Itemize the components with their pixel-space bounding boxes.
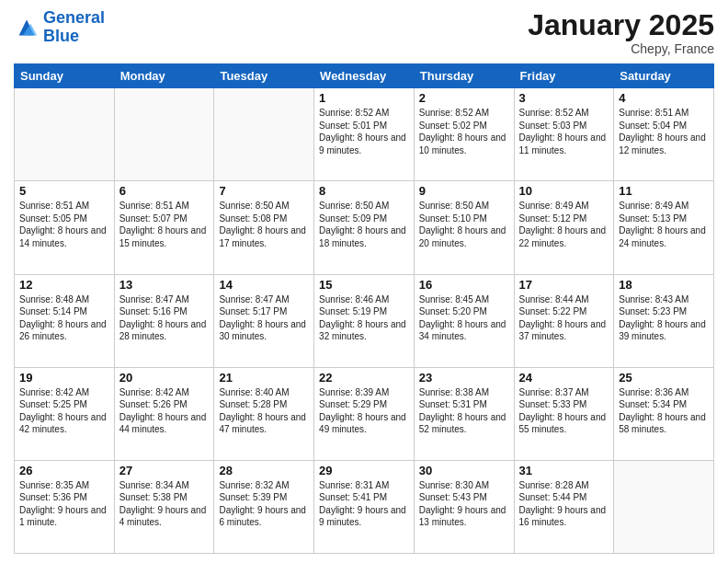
calendar-cell: 7Sunrise: 8:50 AM Sunset: 5:08 PM Daylig… bbox=[214, 181, 314, 274]
calendar-cell: 13Sunrise: 8:47 AM Sunset: 5:16 PM Dayli… bbox=[114, 274, 214, 367]
calendar-cell: 29Sunrise: 8:31 AM Sunset: 5:41 PM Dayli… bbox=[314, 460, 415, 553]
day-info: Sunrise: 8:35 AM Sunset: 5:36 PM Dayligh… bbox=[19, 479, 109, 529]
week-row: 5Sunrise: 8:51 AM Sunset: 5:05 PM Daylig… bbox=[15, 181, 714, 274]
logo-line1: General bbox=[43, 8, 105, 27]
day-number: 4 bbox=[619, 91, 709, 105]
calendar-cell: 26Sunrise: 8:35 AM Sunset: 5:36 PM Dayli… bbox=[15, 460, 115, 553]
day-info: Sunrise: 8:32 AM Sunset: 5:39 PM Dayligh… bbox=[219, 479, 309, 529]
calendar-cell: 8Sunrise: 8:50 AM Sunset: 5:09 PM Daylig… bbox=[314, 181, 415, 274]
calendar-cell: 9Sunrise: 8:50 AM Sunset: 5:10 PM Daylig… bbox=[414, 181, 514, 274]
calendar-cell: 10Sunrise: 8:49 AM Sunset: 5:12 PM Dayli… bbox=[514, 181, 614, 274]
day-number: 21 bbox=[219, 371, 309, 385]
weekday-header: Saturday bbox=[614, 64, 714, 88]
day-info: Sunrise: 8:51 AM Sunset: 5:05 PM Dayligh… bbox=[19, 200, 109, 249]
day-number: 24 bbox=[519, 371, 609, 385]
day-info: Sunrise: 8:30 AM Sunset: 5:43 PM Dayligh… bbox=[419, 479, 509, 529]
calendar-cell bbox=[15, 88, 115, 181]
day-number: 20 bbox=[119, 371, 210, 385]
calendar-cell bbox=[614, 460, 714, 553]
calendar-cell: 31Sunrise: 8:28 AM Sunset: 5:44 PM Dayli… bbox=[514, 460, 614, 553]
calendar-cell: 22Sunrise: 8:39 AM Sunset: 5:29 PM Dayli… bbox=[314, 367, 415, 460]
day-number: 25 bbox=[619, 371, 709, 385]
day-info: Sunrise: 8:42 AM Sunset: 5:25 PM Dayligh… bbox=[19, 386, 109, 436]
weekday-header: Wednesday bbox=[314, 64, 415, 88]
day-info: Sunrise: 8:52 AM Sunset: 5:01 PM Dayligh… bbox=[319, 107, 409, 156]
day-info: Sunrise: 8:49 AM Sunset: 5:12 PM Dayligh… bbox=[519, 200, 609, 249]
logo-icon bbox=[14, 15, 40, 40]
day-number: 15 bbox=[319, 278, 409, 292]
calendar-cell: 21Sunrise: 8:40 AM Sunset: 5:28 PM Dayli… bbox=[214, 367, 314, 460]
logo-line2: Blue bbox=[43, 27, 79, 45]
day-number: 31 bbox=[519, 464, 609, 477]
day-info: Sunrise: 8:52 AM Sunset: 5:03 PM Dayligh… bbox=[519, 107, 609, 156]
day-number: 11 bbox=[619, 184, 709, 198]
calendar-cell: 30Sunrise: 8:30 AM Sunset: 5:43 PM Dayli… bbox=[414, 460, 514, 553]
day-info: Sunrise: 8:37 AM Sunset: 5:33 PM Dayligh… bbox=[519, 386, 609, 436]
header: General Blue January 2025 Chepy, France bbox=[14, 9, 714, 56]
day-number: 28 bbox=[219, 464, 309, 477]
day-number: 19 bbox=[19, 371, 109, 385]
calendar-cell: 6Sunrise: 8:51 AM Sunset: 5:07 PM Daylig… bbox=[114, 181, 214, 274]
day-info: Sunrise: 8:45 AM Sunset: 5:20 PM Dayligh… bbox=[419, 293, 509, 343]
calendar-cell: 25Sunrise: 8:36 AM Sunset: 5:34 PM Dayli… bbox=[614, 367, 714, 460]
weekday-header: Friday bbox=[514, 64, 614, 88]
day-info: Sunrise: 8:44 AM Sunset: 5:22 PM Dayligh… bbox=[519, 293, 609, 343]
day-number: 26 bbox=[19, 464, 109, 477]
day-info: Sunrise: 8:50 AM Sunset: 5:10 PM Dayligh… bbox=[419, 200, 509, 249]
day-info: Sunrise: 8:47 AM Sunset: 5:16 PM Dayligh… bbox=[119, 293, 210, 343]
calendar-cell: 18Sunrise: 8:43 AM Sunset: 5:23 PM Dayli… bbox=[614, 274, 714, 367]
calendar-cell: 19Sunrise: 8:42 AM Sunset: 5:25 PM Dayli… bbox=[15, 367, 115, 460]
day-info: Sunrise: 8:50 AM Sunset: 5:08 PM Dayligh… bbox=[219, 200, 309, 249]
day-number: 2 bbox=[419, 91, 509, 105]
day-info: Sunrise: 8:48 AM Sunset: 5:14 PM Dayligh… bbox=[19, 293, 109, 343]
day-number: 23 bbox=[419, 371, 509, 385]
week-row: 26Sunrise: 8:35 AM Sunset: 5:36 PM Dayli… bbox=[15, 460, 714, 553]
week-row: 1Sunrise: 8:52 AM Sunset: 5:01 PM Daylig… bbox=[15, 88, 714, 181]
page: General Blue January 2025 Chepy, France … bbox=[0, 0, 728, 563]
logo: General Blue bbox=[14, 9, 105, 46]
day-number: 18 bbox=[619, 278, 709, 292]
calendar-cell: 3Sunrise: 8:52 AM Sunset: 5:03 PM Daylig… bbox=[514, 88, 614, 181]
day-number: 13 bbox=[119, 278, 210, 292]
day-number: 7 bbox=[219, 184, 309, 198]
day-info: Sunrise: 8:40 AM Sunset: 5:28 PM Dayligh… bbox=[219, 386, 309, 436]
day-info: Sunrise: 8:51 AM Sunset: 5:07 PM Dayligh… bbox=[119, 200, 210, 249]
day-info: Sunrise: 8:31 AM Sunset: 5:41 PM Dayligh… bbox=[319, 479, 409, 529]
location: Chepy, France bbox=[528, 41, 714, 56]
calendar-cell: 24Sunrise: 8:37 AM Sunset: 5:33 PM Dayli… bbox=[514, 367, 614, 460]
calendar-cell: 15Sunrise: 8:46 AM Sunset: 5:19 PM Dayli… bbox=[314, 274, 415, 367]
calendar-cell: 4Sunrise: 8:51 AM Sunset: 5:04 PM Daylig… bbox=[614, 88, 714, 181]
day-number: 14 bbox=[219, 278, 309, 292]
day-info: Sunrise: 8:51 AM Sunset: 5:04 PM Dayligh… bbox=[619, 107, 709, 156]
day-number: 3 bbox=[519, 91, 609, 105]
day-info: Sunrise: 8:50 AM Sunset: 5:09 PM Dayligh… bbox=[319, 200, 409, 249]
day-info: Sunrise: 8:43 AM Sunset: 5:23 PM Dayligh… bbox=[619, 293, 709, 343]
day-number: 5 bbox=[19, 184, 109, 198]
calendar-cell: 12Sunrise: 8:48 AM Sunset: 5:14 PM Dayli… bbox=[15, 274, 115, 367]
day-number: 22 bbox=[319, 371, 409, 385]
day-info: Sunrise: 8:38 AM Sunset: 5:31 PM Dayligh… bbox=[419, 386, 509, 436]
day-info: Sunrise: 8:49 AM Sunset: 5:13 PM Dayligh… bbox=[619, 200, 709, 249]
calendar-cell: 20Sunrise: 8:42 AM Sunset: 5:26 PM Dayli… bbox=[114, 367, 214, 460]
calendar-cell: 23Sunrise: 8:38 AM Sunset: 5:31 PM Dayli… bbox=[414, 367, 514, 460]
calendar-cell: 2Sunrise: 8:52 AM Sunset: 5:02 PM Daylig… bbox=[414, 88, 514, 181]
day-number: 12 bbox=[19, 278, 109, 292]
calendar-cell: 1Sunrise: 8:52 AM Sunset: 5:01 PM Daylig… bbox=[314, 88, 415, 181]
day-number: 27 bbox=[119, 464, 210, 477]
calendar-cell: 28Sunrise: 8:32 AM Sunset: 5:39 PM Dayli… bbox=[214, 460, 314, 553]
day-info: Sunrise: 8:39 AM Sunset: 5:29 PM Dayligh… bbox=[319, 386, 409, 436]
calendar-cell bbox=[214, 88, 314, 181]
day-info: Sunrise: 8:52 AM Sunset: 5:02 PM Dayligh… bbox=[419, 107, 509, 156]
calendar-cell: 5Sunrise: 8:51 AM Sunset: 5:05 PM Daylig… bbox=[15, 181, 115, 274]
day-info: Sunrise: 8:34 AM Sunset: 5:38 PM Dayligh… bbox=[119, 479, 210, 529]
calendar-table: SundayMondayTuesdayWednesdayThursdayFrid… bbox=[14, 63, 714, 554]
calendar-cell: 11Sunrise: 8:49 AM Sunset: 5:13 PM Dayli… bbox=[614, 181, 714, 274]
day-number: 8 bbox=[319, 184, 409, 198]
month-title: January 2025 bbox=[528, 9, 714, 41]
day-number: 6 bbox=[119, 184, 210, 198]
weekday-header: Tuesday bbox=[214, 64, 314, 88]
logo-text: General Blue bbox=[43, 9, 105, 46]
weekday-header-row: SundayMondayTuesdayWednesdayThursdayFrid… bbox=[15, 64, 714, 88]
day-number: 30 bbox=[419, 464, 509, 477]
day-info: Sunrise: 8:36 AM Sunset: 5:34 PM Dayligh… bbox=[619, 386, 709, 436]
